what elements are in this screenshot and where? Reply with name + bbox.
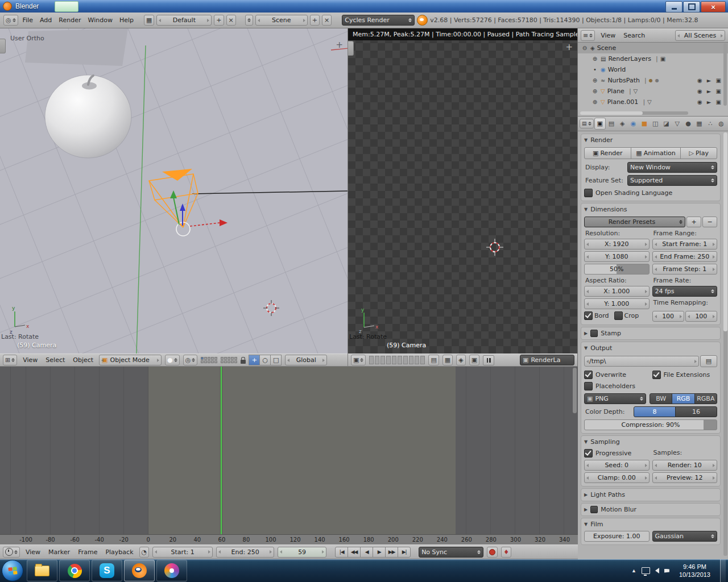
compression-slider[interactable]: Compression: 90% — [584, 419, 717, 430]
outliner-item-nurbspath[interactable]: ⊕ ≈ NurbsPath | ● ● ◉ ► ▣ — [578, 75, 728, 86]
screen-layout-selector[interactable]: Default — [156, 15, 212, 26]
remove-preset-button[interactable]: − — [702, 217, 717, 227]
tab-material[interactable]: ● — [683, 118, 693, 129]
start-frame-field[interactable]: Start: 1 — [152, 547, 213, 558]
plane-object[interactable] — [25, 28, 128, 66]
start-button[interactable] — [2, 560, 23, 581]
tab-texture[interactable]: ▦ — [694, 118, 704, 129]
file-format-select[interactable]: ▣PNG — [584, 393, 646, 404]
maximize-button[interactable] — [683, 1, 700, 13]
timeline-menu-marker[interactable]: Marker — [46, 547, 72, 557]
show-hidden-icons-button[interactable]: ▲ — [631, 568, 636, 573]
panel-stamp[interactable]: ▶Stamp — [581, 327, 721, 340]
outliner-item-renderlayers[interactable]: ⊕ ▤ RenderLayers | ▣ — [578, 53, 728, 64]
transform-orientation-select[interactable]: Global — [285, 355, 327, 365]
play-reverse-button[interactable]: ◀ — [360, 547, 373, 558]
tab-object-data[interactable]: ▽ — [672, 118, 682, 129]
play-button[interactable]: ▷Play — [680, 147, 717, 159]
depth-16-button[interactable]: 16 — [675, 406, 717, 417]
crop-checkbox[interactable] — [614, 311, 623, 320]
viewport-editor-type-button[interactable]: ⊞ — [3, 355, 17, 365]
outliner-item-plane[interactable]: ⊕ ▽ Plane | ▽ ◉ ► ▣ — [578, 86, 728, 97]
remove-scene-button[interactable]: × — [322, 15, 332, 26]
previous-keyframe-button[interactable]: ◀◀ — [348, 547, 361, 558]
next-keyframe-button[interactable]: ▶▶ — [385, 547, 398, 558]
selectability-toggle-icon[interactable]: ► — [707, 88, 712, 94]
tab-render-layers[interactable]: ▤ — [606, 118, 617, 129]
render-presets-select[interactable]: Render Presets — [584, 217, 685, 227]
add-layout-button[interactable]: + — [214, 15, 224, 26]
tab-physics[interactable]: ◍ — [716, 118, 726, 129]
camera-icon-button[interactable]: ▣ — [469, 355, 479, 365]
timeline-menu-view[interactable]: View — [23, 547, 43, 557]
properties-scrollbar[interactable] — [723, 132, 727, 556]
timeline-menu-frame[interactable]: Frame — [76, 547, 100, 557]
mode-select[interactable]: ▣Object Mode — [99, 355, 162, 365]
outliner-editor-type-button[interactable]: ≡ — [581, 30, 595, 41]
hide-toggle-eye-icon[interactable]: ◉ — [697, 77, 702, 84]
channels-bw-button[interactable]: BW — [650, 393, 672, 404]
image-icon-button[interactable]: ▦ — [442, 355, 453, 365]
layers-widget[interactable] — [201, 357, 217, 363]
collapse-icon[interactable]: ▼ — [584, 439, 588, 444]
minimize-button[interactable] — [665, 1, 682, 13]
close-button[interactable]: × — [701, 1, 726, 13]
render-editor-type-button[interactable]: ▣ — [351, 355, 366, 365]
current-frame-field[interactable]: 59 — [278, 547, 326, 558]
render-slot-select[interactable]: ▣RenderLa — [520, 355, 574, 365]
render-region-toggle[interactable]: + — [565, 43, 573, 52]
remap-new-field[interactable]: 100 — [685, 311, 717, 322]
selectability-toggle-icon[interactable]: ► — [707, 77, 712, 84]
volume-icon[interactable] — [655, 568, 659, 573]
tray-clock[interactable]: 9:46 PM 10/13/2013 — [675, 563, 715, 579]
keying-set-button[interactable]: ♦ — [501, 547, 511, 558]
jump-to-start-button[interactable]: |◀ — [335, 547, 348, 558]
expand-icon[interactable]: ⊕ — [592, 56, 598, 62]
properties-editor-type-button[interactable]: ▤ — [580, 119, 594, 128]
transform-manipulator[interactable] — [170, 190, 228, 236]
network-icon[interactable] — [642, 567, 650, 574]
filter-type-select[interactable]: Gaussian — [652, 531, 718, 542]
render-animation-button[interactable]: ▦Animation — [631, 147, 681, 159]
render-engine-select[interactable]: Cycles Render — [342, 15, 415, 26]
viewport-menu-select[interactable]: Select — [43, 355, 67, 365]
browse-output-button[interactable]: ▤ — [700, 355, 717, 367]
collapse-icon[interactable]: ▶ — [584, 331, 588, 336]
collapsed-menu-strip[interactable] — [369, 356, 425, 364]
viewport-menu-object[interactable]: Object — [71, 355, 96, 365]
collapse-icon[interactable]: ▼ — [584, 522, 588, 527]
collapse-icon[interactable]: ▶ — [584, 507, 588, 512]
display-icon-button[interactable]: ◈ — [456, 355, 465, 365]
channels-rgba-button[interactable]: RGBA — [694, 393, 717, 404]
end-frame-field[interactable]: End Frame: 250 — [652, 251, 718, 262]
menu-file[interactable]: File — [20, 15, 35, 25]
depth-8-button[interactable]: 8 — [634, 406, 676, 417]
hide-toggle-eye-icon[interactable]: ◉ — [697, 99, 702, 105]
timeline-editor-type-button[interactable] — [3, 547, 20, 558]
collapse-icon[interactable]: ▼ — [584, 207, 588, 212]
pause-render-button[interactable] — [483, 355, 494, 365]
add-scene-button[interactable]: + — [310, 15, 320, 26]
collapse-icon[interactable]: ▼ — [584, 346, 588, 351]
3d-viewport[interactable]: y x z User Ortho + Last: Rotate (59) Cam… — [0, 28, 348, 367]
editor-type-button[interactable]: ◎ — [3, 15, 18, 26]
outliner-menu-view[interactable]: View — [598, 31, 618, 40]
viewport-canvas[interactable]: y x z — [0, 28, 348, 354]
aspect-x-field[interactable]: X: 1.000 — [584, 286, 650, 297]
start-frame-field[interactable]: Start Frame: 1 — [652, 239, 718, 250]
menu-render[interactable]: Render — [56, 15, 83, 25]
output-path-field[interactable]: /tmp\ — [584, 356, 699, 367]
menu-add[interactable]: Add — [38, 15, 54, 25]
taskbar-skype-button[interactable]: S — [92, 560, 122, 581]
collapse-icon[interactable]: ⊖ — [581, 45, 588, 51]
outliner-menu-search[interactable]: Search — [621, 31, 647, 40]
action-center-flag-icon[interactable] — [664, 569, 669, 573]
tab-particles[interactable]: ∴ — [705, 118, 715, 129]
outliner-item-scene[interactable]: ⊖ ◈ Scene — [578, 43, 728, 53]
layers-widget-2[interactable] — [221, 357, 237, 363]
placeholders-checkbox[interactable] — [584, 382, 593, 390]
selectability-toggle-icon[interactable]: ► — [707, 99, 712, 105]
scene-selector[interactable]: Scene — [255, 15, 308, 26]
panel-motion-blur[interactable]: ▶Motion Blur — [581, 503, 721, 516]
file-extensions-checkbox[interactable] — [652, 371, 661, 379]
